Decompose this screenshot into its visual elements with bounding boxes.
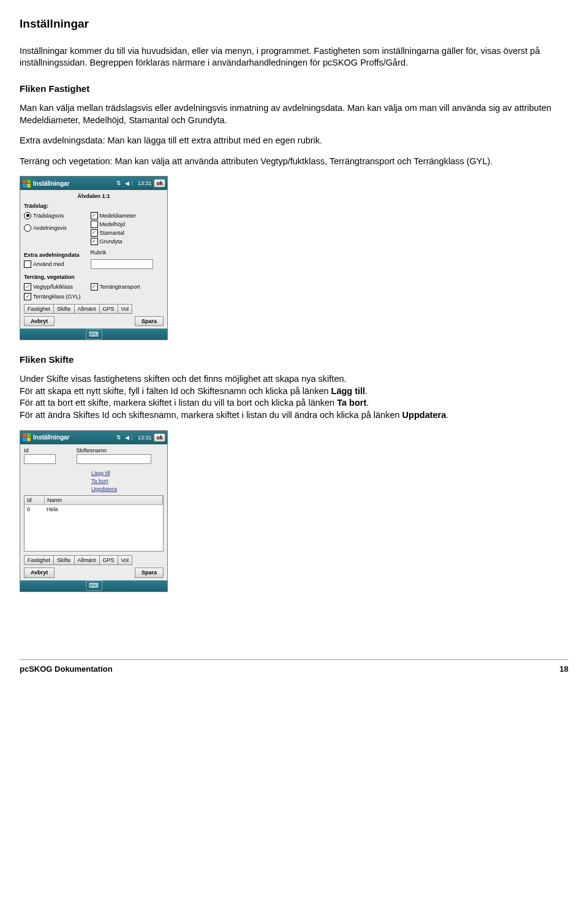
keyboard-icon[interactable]: ⌨ <box>86 580 102 591</box>
chk-medeldiameter[interactable]: ✓ <box>91 212 98 219</box>
status-bar: ⇅ ◀⋮ 13:31 <box>115 180 152 187</box>
bold-lagg-till: Lägg till <box>331 386 366 396</box>
avbryt-button[interactable]: Avbryt <box>24 316 55 326</box>
tab-gps[interactable]: GPS <box>99 555 118 565</box>
section2-paragraph: Under Skifte visas fastighetens skiften … <box>20 373 568 421</box>
page-footer: pcSKOG Dokumentation 18 <box>20 659 568 675</box>
link-uppdatera[interactable]: Uppdatera <box>91 485 164 493</box>
sip-bar: ⌨ <box>20 329 167 340</box>
chk-medelhojd[interactable] <box>91 221 98 228</box>
terrang-label: Terräng, vegetation <box>24 273 164 281</box>
keyboard-icon[interactable]: ⌨ <box>86 329 102 340</box>
status-bar: ⇅ ◀⋮ 13:31 <box>115 434 152 441</box>
titlebar: Inställningar ⇅ ◀⋮ 13:31 ok <box>20 177 167 190</box>
section-skifte-heading: Fliken Skifte <box>20 354 568 366</box>
rubrik-label: Rubrik <box>91 249 164 259</box>
titlebar-title: Inställningar <box>33 433 69 442</box>
section1-p3: Terräng och vegetation: Man kan välja at… <box>20 156 568 168</box>
screenshot-skifte: Inställningar ⇅ ◀⋮ 13:31 ok Id Skiftesna… <box>20 430 168 592</box>
section-fastighet-heading: Fliken Fastighet <box>20 83 568 95</box>
signal-icon: ⇅ <box>116 435 121 441</box>
skiftesnamn-input[interactable] <box>77 454 151 464</box>
spara-button[interactable]: Spara <box>135 568 164 577</box>
clock: 13:31 <box>138 435 152 441</box>
tab-gps[interactable]: GPS <box>99 304 118 314</box>
chk-vegtyp-label: Vegtyp/fuktklass <box>33 283 73 291</box>
sip-bar: ⌨ <box>20 580 167 591</box>
rubrik-input[interactable] <box>91 259 153 269</box>
grid-row[interactable]: 0 Hela <box>24 505 163 514</box>
grid-col-id: Id <box>24 496 45 504</box>
section2-line3-pre: För att ta bort ett skifte, markera skif… <box>20 398 337 408</box>
chk-terrangtransport-label: Terrängtransport <box>100 283 140 291</box>
radio-avdelningsvis-label: Avdelningsvis <box>33 224 67 232</box>
tab-skifte[interactable]: Skifte <box>53 304 75 314</box>
signal-icon: ⇅ <box>116 180 121 186</box>
avbryt-button[interactable]: Avbryt <box>24 568 55 577</box>
windows-start-icon[interactable] <box>22 179 31 188</box>
skifte-grid[interactable]: Id Namn 0 Hela <box>24 495 164 552</box>
tab-row: Fastighet Skifte Allmänt GPS Vol <box>24 304 164 314</box>
chk-terrangtransport[interactable]: ✓ <box>91 283 98 291</box>
section1-p2: Extra avdelningsdata: Man kan lägga till… <box>20 135 568 147</box>
extra-label: Extra avdelningsdata <box>24 251 91 259</box>
radio-tradslagsvis-label: Trädslagsvis <box>33 212 64 219</box>
chk-stamantal[interactable]: ✓ <box>91 229 98 237</box>
spara-button[interactable]: Spara <box>135 316 164 326</box>
clock: 13:31 <box>138 180 152 186</box>
footer-left: pcSKOG Dokumentation <box>20 664 113 675</box>
chk-grundyta-label: Grundyta <box>100 238 123 245</box>
chk-anvand-med-label: Använd med <box>33 260 64 268</box>
grid-cell-name: Hela <box>44 505 163 514</box>
tab-allmant[interactable]: Allmänt <box>74 555 100 565</box>
chk-terrangklass[interactable]: ✓ <box>24 293 31 300</box>
speaker-icon: ◀⋮ <box>125 180 135 186</box>
section1-p1: Man kan välja mellan trädslagsvis eller … <box>20 102 568 126</box>
titlebar-title: Inställningar <box>33 180 69 188</box>
link-lagg-till[interactable]: Lägg till <box>91 469 164 477</box>
bold-uppdatera: Uppdatera <box>402 410 447 420</box>
grid-col-name: Namn <box>45 496 163 504</box>
chk-stamantal-label: Stamantal <box>100 229 125 237</box>
tab-skifte[interactable]: Skifte <box>53 555 75 565</box>
section2-line2-pre: För att skapa ett nytt skifte, fyll i fä… <box>20 386 331 396</box>
chk-medeldiameter-label: Medeldiameter <box>100 212 137 219</box>
tab-fastighet[interactable]: Fastighet <box>24 555 54 565</box>
grid-cell-id: 0 <box>24 505 44 514</box>
ok-button[interactable]: ok <box>154 179 165 188</box>
section2-line1: Under Skifte visas fastighetens skiften … <box>20 374 347 384</box>
bold-ta-bort: Ta bort <box>337 398 366 408</box>
chk-medelhojd-label: Medelhöjd <box>100 221 126 228</box>
tab-allmant[interactable]: Allmänt <box>74 304 100 314</box>
tradslag-label: Trädslag: <box>24 202 164 210</box>
id-input[interactable] <box>24 454 56 464</box>
id-label: Id <box>24 447 77 454</box>
radio-avdelningsvis[interactable] <box>24 224 31 232</box>
chk-grundyta[interactable]: ✓ <box>91 238 98 245</box>
link-ta-bort[interactable]: Ta bort <box>91 477 164 485</box>
skiftesnamn-label: Skiftesnamn <box>77 447 164 454</box>
tab-fastighet[interactable]: Fastighet <box>24 304 54 314</box>
tab-row: Fastighet Skifte Allmänt GPS Vol <box>24 555 164 565</box>
ok-button[interactable]: ok <box>154 433 165 442</box>
tab-vol[interactable]: Vol <box>118 304 133 314</box>
intro-paragraph: Inställningar kommer du till via huvudsi… <box>20 45 568 69</box>
radio-tradslagsvis[interactable] <box>24 212 31 219</box>
windows-start-icon[interactable] <box>22 433 31 442</box>
footer-page-number: 18 <box>560 664 568 675</box>
section2-line4-pre: För att ändra Skiftes Id och skiftesnamn… <box>20 410 402 420</box>
chk-vegtyp[interactable]: ✓ <box>24 283 31 291</box>
chk-terrangklass-label: Terrängklass (GYL) <box>33 293 81 300</box>
property-name: Älvdalen 1:1 <box>24 192 164 200</box>
tab-vol[interactable]: Vol <box>118 555 133 565</box>
page-title: Inställningar <box>20 16 568 32</box>
titlebar: Inställningar ⇅ ◀⋮ 13:31 ok <box>20 431 167 444</box>
screenshot-fastighet: Inställningar ⇅ ◀⋮ 13:31 ok Älvdalen 1:1… <box>20 176 168 340</box>
speaker-icon: ◀⋮ <box>125 435 135 441</box>
chk-anvand-med[interactable] <box>24 260 31 268</box>
